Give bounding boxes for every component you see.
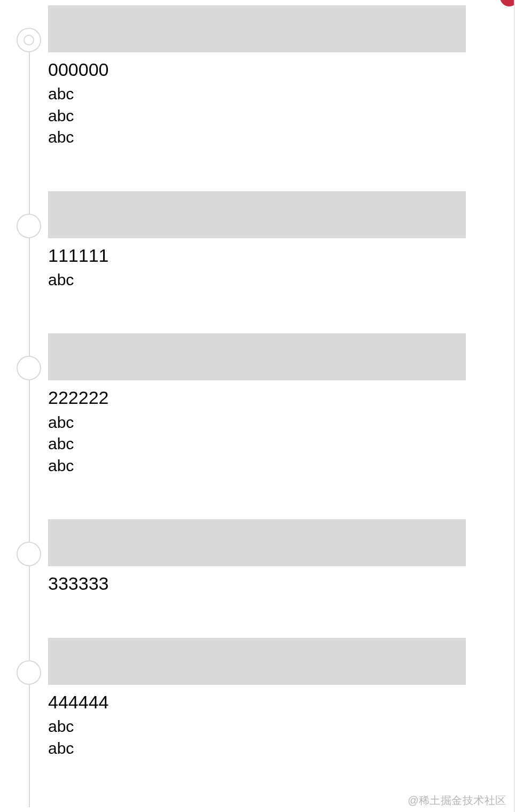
timeline-item: 111111 abc [48,191,466,291]
timeline-line-text: abc [48,83,466,105]
timeline-line-text: abc [48,738,466,760]
timeline-line-text: abc [48,455,466,477]
timeline-banner [48,5,466,52]
timeline-node-icon[interactable] [17,214,41,238]
timeline-item: 222222 abc abc abc [48,333,466,477]
app-viewport: 000000 abc abc abc 111111 abc 222222 abc… [0,0,515,812]
timeline-item: 444444 abc abc [48,638,466,759]
timeline-title: 222222 [48,386,466,409]
watermark-text: @稀土掘金技术社区 [408,793,506,808]
timeline-title: 111111 [48,244,466,267]
timeline-item: 333333 [48,519,466,595]
timeline-node-icon[interactable] [17,542,41,566]
timeline-title: 000000 [48,58,466,81]
timeline-line-text: abc [48,127,466,149]
timeline-title: 333333 [48,572,466,595]
timeline-line-text: abc [48,105,466,127]
timeline-banner [48,519,466,566]
timeline-line-text: abc [48,412,466,434]
timeline-line-text: abc [48,716,466,738]
timeline-line-text: abc [48,269,466,291]
timeline-line-text: abc [48,433,466,455]
timeline-title: 444444 [48,690,466,714]
timeline-connector [29,34,30,807]
timeline-item: 000000 abc abc abc [48,5,466,149]
timeline-node-icon[interactable] [17,660,41,685]
timeline-banner [48,333,466,380]
timeline[interactable]: 000000 abc abc abc 111111 abc 222222 abc… [0,0,514,807]
timeline-banner [48,638,466,685]
timeline-node-icon[interactable] [17,356,41,380]
timeline-banner [48,191,466,238]
timeline-node-icon[interactable] [17,28,41,52]
